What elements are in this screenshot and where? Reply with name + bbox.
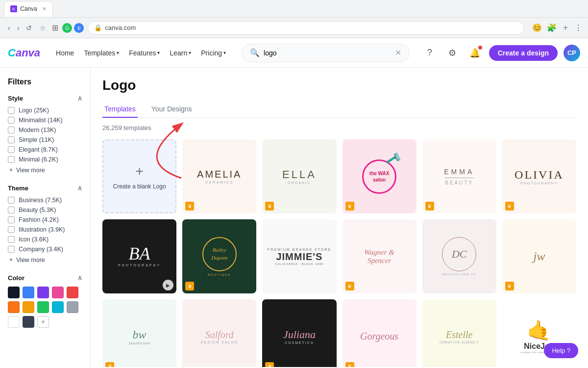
template-card-olivia[interactable]: OLIVIA PHOTOGRAPHY ♛ (502, 139, 576, 213)
browser-tab[interactable]: C Canva ✕ (4, 1, 53, 17)
nav-features[interactable]: Features ▾ (125, 46, 164, 60)
reload-button[interactable]: ↺ (24, 22, 34, 34)
style-checkbox[interactable] (8, 107, 15, 114)
style-view-more-button[interactable]: ＋ View more (8, 166, 45, 174)
help-button[interactable]: Help ? (544, 343, 578, 358)
color-swatch[interactable] (52, 301, 64, 313)
canva-logo[interactable]: Canva (8, 47, 40, 59)
plus-icon: ＋ (8, 166, 14, 174)
juliana-text: Juliana (283, 328, 316, 341)
color-swatch[interactable] (8, 316, 20, 328)
template-card-ella[interactable]: ELLA ORGANIC ♛ (262, 139, 336, 213)
back-button[interactable]: ‹ (6, 22, 12, 34)
tab-templates[interactable]: Templates (102, 101, 138, 118)
search-clear-button[interactable]: ✕ (395, 48, 401, 57)
add-tab-button[interactable]: ＋ (562, 23, 569, 33)
style-checkbox[interactable] (8, 117, 15, 124)
template-card-ba-photography[interactable]: BA PHOTOGRAPHY ▶ (102, 219, 176, 293)
template-card-amelia[interactable]: AMELIA CERAMICS ♛ (182, 139, 256, 213)
premium-badge: ♛ (105, 362, 114, 368)
theme-label: Beauty (5.3K) (19, 207, 56, 213)
star-button[interactable]: ☆ (38, 22, 48, 34)
color-swatch[interactable] (37, 287, 49, 298)
create-blank-label: Create a blank Logo (113, 183, 166, 190)
menu-button[interactable]: ⋮ (574, 23, 582, 32)
avatar[interactable]: CP (564, 45, 580, 61)
nav-home[interactable]: Home (52, 46, 78, 60)
apps-button[interactable]: ⊞ (52, 23, 58, 32)
color-swatch[interactable] (67, 301, 78, 313)
color-swatch[interactable] (37, 301, 49, 313)
template-card-juliana[interactable]: Juliana COSMETICS ♛ (262, 299, 336, 367)
help-icon-button[interactable]: ? (421, 45, 438, 61)
create-design-button[interactable]: Create a design (489, 45, 558, 61)
video-play-badge: ▶ (163, 280, 173, 290)
color-swatch[interactable] (52, 287, 64, 298)
search-bar[interactable]: 🔍 ✕ (242, 44, 410, 62)
chevron-down-icon: ▾ (223, 50, 226, 55)
style-checkbox[interactable] (8, 156, 15, 163)
wagner-text: Wagner &Spencer (364, 248, 394, 265)
theme-section-header: Theme ∧ (8, 184, 82, 192)
theme-checkbox[interactable] (8, 236, 15, 243)
tab-your-designs[interactable]: Your Designs (149, 101, 194, 118)
add-color-button[interactable]: ＋ (37, 316, 49, 328)
style-checkbox[interactable] (8, 146, 15, 153)
tab-close[interactable]: ✕ (42, 6, 47, 12)
theme-checkbox[interactable] (8, 207, 15, 213)
template-card-dc[interactable]: DC DECORIS CHIC CO (422, 219, 496, 293)
tabs: Templates Your Designs (102, 101, 576, 118)
extension-button[interactable]: 🧩 (547, 23, 557, 32)
template-card-jimmies[interactable]: PREMIUM BRANDS STORE JIMMIE'S CALIFORNIA… (262, 219, 336, 293)
ella-text: ELLA (282, 168, 317, 181)
premium-badge: ♛ (345, 202, 354, 210)
color-swatch[interactable] (23, 287, 34, 298)
theme-label: Business (7.5K) (19, 197, 62, 204)
forward-button[interactable]: › (15, 22, 22, 34)
theme-filter-item: Illustration (3.9K) (8, 226, 82, 233)
browser-chrome: ‹ › ↺ ☆ ⊞ G b 🔒 canva.com 😊 🧩 ＋ ⋮ (0, 18, 588, 38)
tab-title: Canva (20, 5, 37, 12)
style-checkbox[interactable] (8, 136, 15, 143)
create-blank-card[interactable]: + Create a blank Logo (102, 139, 176, 213)
color-swatch[interactable] (8, 287, 20, 298)
browser-right-icons: 😊 🧩 ＋ ⋮ (532, 23, 582, 33)
template-card-jw[interactable]: jw ♛ (502, 219, 576, 293)
theme-label: Illustration (3.9K) (19, 226, 65, 233)
filters-title: Filters (8, 78, 82, 86)
template-card-wagner[interactable]: Wagner &Spencer ♛ (343, 219, 416, 293)
theme-checkbox[interactable] (8, 226, 15, 233)
theme-collapse-button[interactable]: ∧ (77, 184, 82, 192)
color-swatch[interactable] (67, 287, 78, 298)
theme-section-title: Theme (8, 184, 28, 192)
theme-checkbox[interactable] (8, 246, 15, 253)
nav-templates[interactable]: Templates ▾ (80, 46, 123, 60)
template-card-gorgeous[interactable]: Gorgeous ♛ (343, 299, 416, 367)
template-card-bailey-dupont[interactable]: BaileyDupont BOUTIQUE ♛ (182, 219, 256, 293)
theme-checkbox[interactable] (8, 197, 15, 204)
theme-checkbox[interactable] (8, 216, 15, 223)
search-input[interactable] (264, 49, 391, 57)
top-nav: Canva Home Templates ▾ Features ▾ Learn … (0, 38, 588, 68)
nav-learn[interactable]: Learn ▾ (166, 46, 195, 60)
premium-badge: ♛ (345, 362, 354, 368)
color-swatch[interactable] (23, 301, 34, 313)
theme-filter-item: Business (7.5K) (8, 197, 82, 204)
address-bar[interactable]: 🔒 canva.com (88, 21, 524, 35)
template-card-bw[interactable]: bw beautiful work ♛ (102, 299, 176, 367)
template-card-wax-salon[interactable]: the WAXsalon 🪒 ♛ (343, 139, 416, 213)
settings-button[interactable]: ⚙ (444, 45, 461, 61)
template-card-emma[interactable]: EMMA BEAUTY ♛ (422, 139, 496, 213)
color-swatch[interactable] (8, 301, 20, 313)
template-card-estelle[interactable]: Estelle CREATIVE AGENCY (422, 299, 496, 367)
chevron-down-icon: ▾ (189, 50, 191, 55)
style-collapse-button[interactable]: ∧ (77, 94, 82, 102)
color-swatch[interactable] (23, 316, 34, 328)
profile-button[interactable]: 😊 (532, 23, 542, 32)
color-collapse-button[interactable]: ∧ (77, 274, 82, 282)
style-checkbox[interactable] (8, 127, 15, 133)
theme-view-more-button[interactable]: ＋ View more (8, 256, 45, 264)
template-card-salford[interactable]: Salford DESIGN SALON (182, 299, 256, 367)
style-filter-items: Logo (25K)Minimalist (14K)Modern (13K)Si… (8, 107, 82, 163)
nav-pricing[interactable]: Pricing ▾ (197, 46, 230, 60)
